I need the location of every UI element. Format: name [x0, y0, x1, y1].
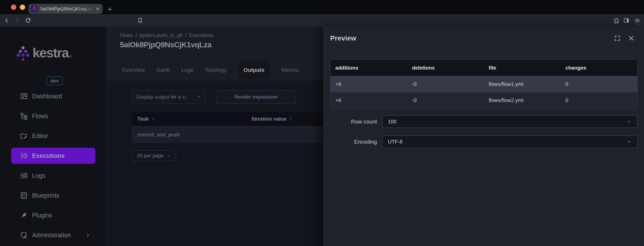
tab-metrics[interactable]: Metrics: [281, 61, 299, 79]
column-file: file: [484, 65, 560, 71]
chevron-down-icon: [196, 94, 201, 99]
logo-dot: .: [68, 45, 72, 60]
sidebar-nav: Dashboard Flows Editor Executions Logs B…: [11, 88, 95, 246]
preview-drawer: Preview additions deletions file changes…: [323, 27, 644, 246]
iteration-column-header[interactable]: Iteration value: [252, 116, 286, 122]
flows-icon: [20, 112, 28, 120]
browser-tab-title: 5aiOk8PjpQ9NsCjK1vqLza | Ke: [40, 7, 95, 12]
sidebar-item-plugins[interactable]: Plugins: [11, 207, 95, 223]
administration-icon: [20, 231, 28, 239]
sidebar-item-label: Blueprints: [32, 192, 59, 199]
preview-title: Preview: [330, 34, 356, 42]
sidebar-item-blueprints[interactable]: Blueprints: [11, 187, 95, 204]
bookmark-icon[interactable]: [137, 17, 143, 24]
sidebar-item-executions[interactable]: Executions: [11, 148, 95, 164]
tab-gantt[interactable]: Gantt: [156, 61, 170, 79]
window-close-button[interactable]: [11, 5, 16, 10]
execution-id-title: 5aiOk8PjpQ9NsCjK1vqLza: [120, 40, 211, 49]
sidebar-item-label: Administration: [32, 232, 71, 239]
chevron-down-icon: [166, 154, 171, 158]
sort-icon[interactable]: [288, 116, 293, 121]
encoding-select[interactable]: UTF-8: [382, 136, 638, 148]
chevron-right-icon: [85, 232, 90, 238]
dashboard-icon: [20, 92, 28, 100]
plugins-icon: [20, 211, 28, 219]
editor-icon: [20, 132, 28, 140]
tab-overview[interactable]: Overview: [122, 61, 145, 79]
kestra-logo-icon: [16, 45, 30, 62]
sidebar-item-label: Editor: [32, 133, 48, 140]
blueprints-icon: [20, 191, 28, 200]
close-icon[interactable]: [628, 35, 635, 42]
sidebar-item-editor[interactable]: Editor: [11, 128, 95, 144]
sidebar-item-label: Flows: [32, 113, 48, 119]
executions-icon: [20, 152, 28, 160]
column-additions: additions: [330, 65, 407, 71]
forward-icon[interactable]: [14, 17, 20, 24]
table-row[interactable]: commit_and_push: [132, 126, 323, 143]
new-tab-icon[interactable]: [107, 6, 113, 12]
preview-table: additions deletions file changes +6 -0 f…: [330, 59, 638, 108]
window-minimize-button[interactable]: [20, 5, 25, 10]
environment-badge: dev: [46, 76, 63, 85]
encoding-value: UTF-8: [388, 139, 402, 145]
sidebar-item-label: Executions: [32, 152, 65, 159]
task-column-header[interactable]: Task: [138, 116, 149, 122]
browser-toolbar: i localhost:8080/ui/executions/system/pu…: [0, 14, 644, 27]
kestra-wordmark: kestra.: [32, 45, 72, 60]
sidebar-item-logs[interactable]: Logs: [11, 168, 95, 184]
sidebar-item-administration[interactable]: Administration: [11, 227, 95, 243]
sidebar: kestra. dev Dashboard Flows Editor Execu…: [0, 27, 106, 246]
task-name[interactable]: commit_and_push: [132, 132, 180, 138]
per-page-value: 25 per page: [137, 153, 164, 159]
display-output-select-value: Display output for a s...: [136, 94, 189, 100]
task-table-header: Task Iteration value: [132, 112, 323, 126]
table-row[interactable]: +6 -0 flows/flow1.yml 0: [330, 76, 637, 92]
breadcrumb-executions[interactable]: Executions: [189, 33, 214, 38]
kestra-logo[interactable]: kestra.: [16, 45, 72, 62]
logs-icon: [20, 171, 28, 180]
browser-tab-strip: 5aiOk8PjpQ9NsCjK1vqLza | Ke: [0, 0, 644, 14]
row-count-select[interactable]: 100: [382, 115, 638, 128]
kestra-favicon-icon: [31, 6, 38, 12]
encoding-field: Encoding UTF-8: [330, 136, 638, 148]
sort-icon[interactable]: [151, 116, 156, 121]
execution-tabs: Overview Gantt Logs Topology Outputs Met…: [122, 61, 299, 79]
tab-logs[interactable]: Logs: [182, 61, 193, 79]
browser-tab[interactable]: 5aiOk8PjpQ9NsCjK1vqLza | Ke: [28, 4, 102, 14]
tab-close-icon[interactable]: [95, 7, 100, 11]
breadcrumb-flows[interactable]: Flows: [120, 33, 133, 38]
toolbar-collapse-icon[interactable]: [636, 23, 640, 26]
sidebar-toggle-icon[interactable]: [623, 17, 630, 24]
kestra-app: kestra. dev Dashboard Flows Editor Execu…: [0, 27, 644, 246]
render-expression-label: Render expression: [234, 94, 278, 100]
cell-file: flows/flow1.yml: [484, 81, 560, 87]
encoding-label: Encoding: [330, 139, 377, 145]
sidebar-item-flows[interactable]: Flows: [11, 108, 95, 124]
extensions-icon[interactable]: [614, 17, 620, 24]
sidebar-item-label: Dashboard: [32, 93, 62, 100]
table-row[interactable]: +6 -0 flows/flow2.yml 0: [330, 92, 637, 108]
column-changes: changes: [560, 65, 637, 71]
tab-outputs[interactable]: Outputs: [238, 61, 270, 79]
cell-deletions: -0: [407, 81, 484, 87]
reload-icon[interactable]: [25, 17, 31, 24]
chevron-down-icon: [626, 139, 632, 144]
breadcrumb-namespace-flow[interactable]: system.push_to_git: [140, 33, 182, 38]
row-count-label: Row count: [330, 118, 377, 125]
breadcrumb-separator: /: [185, 33, 186, 38]
display-output-select[interactable]: Display output for a s...: [132, 90, 206, 104]
back-icon[interactable]: [4, 17, 10, 24]
chevron-down-icon: [626, 119, 632, 124]
row-count-value: 100: [388, 119, 396, 125]
row-count-field: Row count 100: [330, 115, 638, 128]
tab-topology[interactable]: Topology: [205, 61, 227, 79]
sidebar-item-dashboard[interactable]: Dashboard: [11, 88, 95, 104]
render-expression-button[interactable]: Render expression: [216, 90, 296, 104]
breadcrumb-separator: /: [136, 33, 137, 38]
outputs-task-table: Task Iteration value commit_and_push: [132, 112, 323, 143]
preview-table-header: additions deletions file changes: [330, 60, 637, 76]
fullscreen-icon[interactable]: [614, 35, 621, 42]
cell-file: flows/flow2.yml: [484, 97, 560, 103]
per-page-select[interactable]: 25 per page: [132, 150, 176, 161]
